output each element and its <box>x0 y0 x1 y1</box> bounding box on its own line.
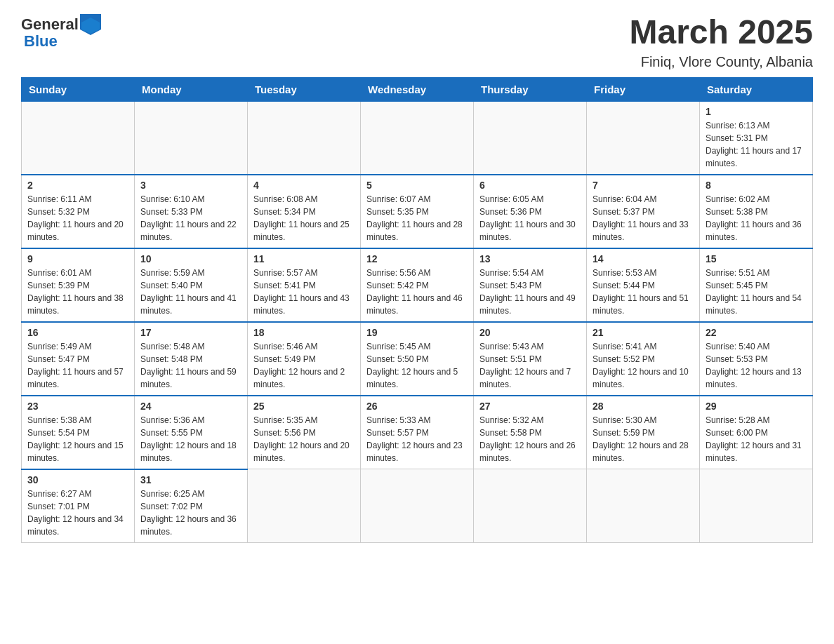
day-info: Sunrise: 5:36 AMSunset: 5:55 PMDaylight:… <box>140 414 241 464</box>
main-title: March 2025 <box>630 14 814 51</box>
day-info: Sunrise: 5:35 AMSunset: 5:56 PMDaylight:… <box>253 414 355 464</box>
day-info: Sunrise: 5:54 AMSunset: 5:43 PMDaylight:… <box>479 267 581 317</box>
calendar-cell: 29Sunrise: 5:28 AMSunset: 6:00 PMDayligh… <box>700 396 813 469</box>
day-number: 18 <box>253 327 355 338</box>
calendar-body: 1Sunrise: 6:13 AMSunset: 5:31 PMDaylight… <box>22 101 813 542</box>
calendar-cell <box>587 101 700 175</box>
day-info: Sunrise: 5:40 AMSunset: 5:53 PMDaylight:… <box>706 340 807 391</box>
calendar-cell: 7Sunrise: 6:04 AMSunset: 5:37 PMDaylight… <box>587 175 700 248</box>
day-info: Sunrise: 5:30 AMSunset: 5:59 PMDaylight:… <box>593 414 694 464</box>
day-info: Sunrise: 6:13 AMSunset: 5:31 PMDaylight:… <box>706 119 807 170</box>
calendar-cell: 21Sunrise: 5:41 AMSunset: 5:52 PMDayligh… <box>587 322 700 396</box>
day-number: 15 <box>706 253 807 264</box>
day-info: Sunrise: 5:56 AMSunset: 5:42 PMDaylight:… <box>366 267 468 317</box>
weekday-header-thursday: Thursday <box>474 77 587 101</box>
calendar-cell <box>587 469 700 543</box>
day-info: Sunrise: 5:53 AMSunset: 5:44 PMDaylight:… <box>593 267 694 317</box>
calendar-cell: 23Sunrise: 5:38 AMSunset: 5:54 PMDayligh… <box>22 396 135 469</box>
day-number: 10 <box>140 253 241 264</box>
calendar-cell: 27Sunrise: 5:32 AMSunset: 5:58 PMDayligh… <box>474 396 587 469</box>
calendar-cell: 12Sunrise: 5:56 AMSunset: 5:42 PMDayligh… <box>361 248 474 322</box>
day-info: Sunrise: 5:38 AMSunset: 5:54 PMDaylight:… <box>27 414 128 464</box>
calendar-cell: 9Sunrise: 6:01 AMSunset: 5:39 PMDaylight… <box>22 248 135 322</box>
day-number: 29 <box>706 401 807 412</box>
weekday-header-tuesday: Tuesday <box>248 77 361 101</box>
day-info: Sunrise: 6:27 AMSunset: 7:01 PMDaylight:… <box>27 488 128 538</box>
subtitle: Finiq, Vlore County, Albania <box>630 54 814 70</box>
day-number: 4 <box>253 180 355 191</box>
day-info: Sunrise: 5:33 AMSunset: 5:57 PMDaylight:… <box>366 414 468 464</box>
day-info: Sunrise: 6:01 AMSunset: 5:39 PMDaylight:… <box>27 267 128 317</box>
weekday-header-friday: Friday <box>587 77 700 101</box>
title-block: March 2025 Finiq, Vlore County, Albania <box>630 14 814 70</box>
day-number: 3 <box>140 180 241 191</box>
calendar-cell: 4Sunrise: 6:08 AMSunset: 5:34 PMDaylight… <box>248 175 361 248</box>
day-number: 28 <box>593 401 694 412</box>
day-number: 1 <box>706 106 807 117</box>
weekday-header-monday: Monday <box>135 77 248 101</box>
calendar-cell: 24Sunrise: 5:36 AMSunset: 5:55 PMDayligh… <box>135 396 248 469</box>
day-number: 31 <box>140 474 241 485</box>
calendar-week-row: 2Sunrise: 6:11 AMSunset: 5:32 PMDaylight… <box>22 175 813 248</box>
weekday-header-sunday: Sunday <box>22 77 135 101</box>
calendar-cell: 1Sunrise: 6:13 AMSunset: 5:31 PMDaylight… <box>700 101 813 175</box>
page-header: General Blue March 2025 Finiq, Vlore Cou… <box>21 14 813 70</box>
day-info: Sunrise: 5:46 AMSunset: 5:49 PMDaylight:… <box>253 340 355 391</box>
logo: General Blue <box>21 14 101 51</box>
day-info: Sunrise: 5:48 AMSunset: 5:48 PMDaylight:… <box>140 340 241 391</box>
calendar-cell: 2Sunrise: 6:11 AMSunset: 5:32 PMDaylight… <box>22 175 135 248</box>
day-number: 22 <box>706 327 807 338</box>
day-number: 30 <box>27 474 128 485</box>
calendar-cell: 28Sunrise: 5:30 AMSunset: 5:59 PMDayligh… <box>587 396 700 469</box>
calendar-cell <box>474 469 587 543</box>
calendar-table: SundayMondayTuesdayWednesdayThursdayFrid… <box>21 77 813 543</box>
day-info: Sunrise: 6:08 AMSunset: 5:34 PMDaylight:… <box>253 193 355 243</box>
day-info: Sunrise: 6:11 AMSunset: 5:32 PMDaylight:… <box>27 193 128 243</box>
day-number: 17 <box>140 327 241 338</box>
calendar-cell: 15Sunrise: 5:51 AMSunset: 5:45 PMDayligh… <box>700 248 813 322</box>
day-number: 13 <box>479 253 581 264</box>
calendar-cell: 26Sunrise: 5:33 AMSunset: 5:57 PMDayligh… <box>361 396 474 469</box>
day-info: Sunrise: 5:51 AMSunset: 5:45 PMDaylight:… <box>706 267 807 317</box>
calendar-week-row: 9Sunrise: 6:01 AMSunset: 5:39 PMDaylight… <box>22 248 813 322</box>
day-number: 26 <box>366 401 468 412</box>
calendar-cell: 3Sunrise: 6:10 AMSunset: 5:33 PMDaylight… <box>135 175 248 248</box>
day-info: Sunrise: 6:05 AMSunset: 5:36 PMDaylight:… <box>479 193 581 243</box>
day-info: Sunrise: 5:41 AMSunset: 5:52 PMDaylight:… <box>593 340 694 391</box>
calendar-header: SundayMondayTuesdayWednesdayThursdayFrid… <box>22 77 813 101</box>
calendar-week-row: 23Sunrise: 5:38 AMSunset: 5:54 PMDayligh… <box>22 396 813 469</box>
calendar-cell <box>248 469 361 543</box>
calendar-cell: 13Sunrise: 5:54 AMSunset: 5:43 PMDayligh… <box>474 248 587 322</box>
day-number: 27 <box>479 401 581 412</box>
calendar-cell <box>361 469 474 543</box>
day-number: 11 <box>253 253 355 264</box>
calendar-cell: 6Sunrise: 6:05 AMSunset: 5:36 PMDaylight… <box>474 175 587 248</box>
calendar-cell <box>135 101 248 175</box>
calendar-cell <box>248 101 361 175</box>
day-info: Sunrise: 6:07 AMSunset: 5:35 PMDaylight:… <box>366 193 468 243</box>
calendar-cell: 17Sunrise: 5:48 AMSunset: 5:48 PMDayligh… <box>135 322 248 396</box>
day-info: Sunrise: 6:04 AMSunset: 5:37 PMDaylight:… <box>593 193 694 243</box>
calendar-week-row: 16Sunrise: 5:49 AMSunset: 5:47 PMDayligh… <box>22 322 813 396</box>
logo-blue-text: Blue <box>24 32 58 51</box>
day-number: 7 <box>593 180 694 191</box>
day-info: Sunrise: 6:10 AMSunset: 5:33 PMDaylight:… <box>140 193 241 243</box>
logo-icon <box>80 14 101 35</box>
day-info: Sunrise: 5:32 AMSunset: 5:58 PMDaylight:… <box>479 414 581 464</box>
calendar-cell <box>22 101 135 175</box>
calendar-cell: 19Sunrise: 5:45 AMSunset: 5:50 PMDayligh… <box>361 322 474 396</box>
day-number: 24 <box>140 401 241 412</box>
day-number: 2 <box>27 180 128 191</box>
calendar-week-row: 30Sunrise: 6:27 AMSunset: 7:01 PMDayligh… <box>22 469 813 543</box>
weekday-header-row: SundayMondayTuesdayWednesdayThursdayFrid… <box>22 77 813 101</box>
day-number: 8 <box>706 180 807 191</box>
logo-general-text: General <box>21 15 79 34</box>
calendar-cell: 30Sunrise: 6:27 AMSunset: 7:01 PMDayligh… <box>22 469 135 543</box>
day-number: 20 <box>479 327 581 338</box>
day-number: 9 <box>27 253 128 264</box>
calendar-cell: 5Sunrise: 6:07 AMSunset: 5:35 PMDaylight… <box>361 175 474 248</box>
day-info: Sunrise: 6:02 AMSunset: 5:38 PMDaylight:… <box>706 193 807 243</box>
day-number: 5 <box>366 180 468 191</box>
day-info: Sunrise: 5:45 AMSunset: 5:50 PMDaylight:… <box>366 340 468 391</box>
day-info: Sunrise: 5:49 AMSunset: 5:47 PMDaylight:… <box>27 340 128 391</box>
